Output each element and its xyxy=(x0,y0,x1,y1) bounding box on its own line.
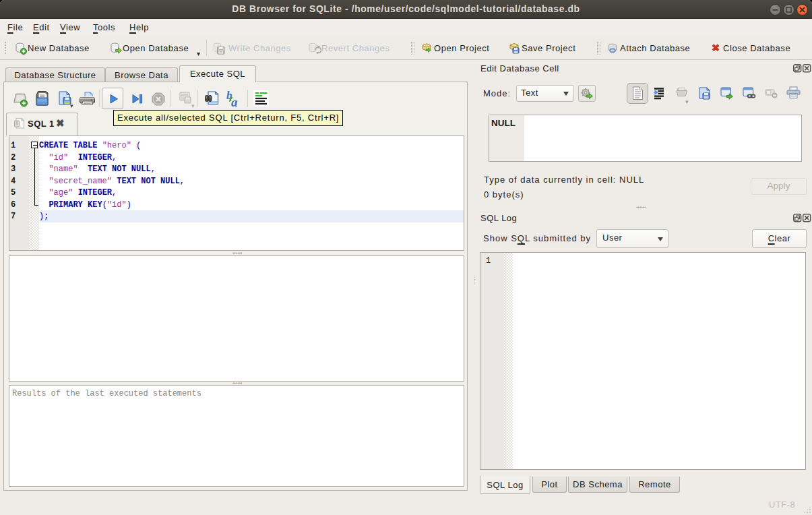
svg-text:a: a xyxy=(231,95,238,107)
